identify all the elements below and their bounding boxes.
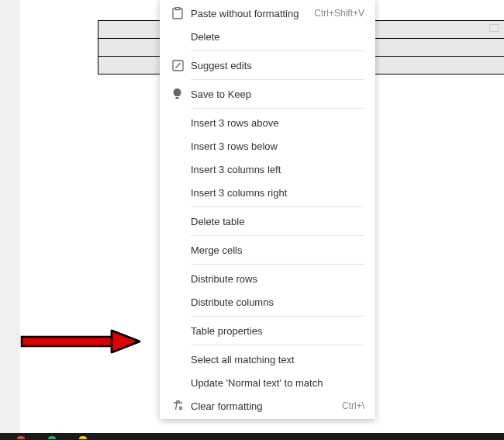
menu-item-label: Table properties	[191, 325, 364, 337]
menu-item-insert-cols-left[interactable]: Insert 3 columns left	[160, 158, 375, 181]
menu-item-table-properties[interactable]: Table properties	[160, 319, 375, 342]
menu-item-label: Paste without formatting	[191, 8, 314, 19]
svg-rect-4	[22, 337, 112, 346]
menu-item-update-normal-text[interactable]: Update 'Normal text' to match	[160, 371, 375, 394]
menu-separator	[191, 264, 364, 265]
taskbar-app-icon[interactable]	[48, 436, 56, 439]
menu-item-select-matching-text[interactable]: Select all matching text	[160, 348, 375, 371]
menu-separator	[191, 79, 364, 80]
menu-item-label: Delete	[191, 31, 364, 43]
menu-separator	[191, 316, 364, 317]
clipboard-icon	[172, 7, 191, 19]
clear-formatting-icon	[172, 400, 191, 411]
edit-icon	[172, 60, 191, 71]
annotation-arrow	[19, 324, 143, 359]
menu-item-suggest-edits[interactable]: Suggest edits	[160, 54, 375, 77]
menu-item-label: Merge cells	[191, 244, 364, 256]
menu-item-insert-rows-below[interactable]: Insert 3 rows below	[160, 134, 375, 158]
menu-item-label: Insert 3 columns right	[191, 187, 364, 199]
menu-item-label: Distribute rows	[191, 273, 364, 285]
document-canvas: Paste without formatting Ctrl+Shift+V De…	[20, 0, 504, 433]
menu-item-delete[interactable]: Delete	[160, 25, 375, 48]
menu-item-shortcut: Ctrl+\	[342, 400, 364, 411]
menu-separator	[191, 50, 364, 51]
menu-separator	[191, 235, 364, 236]
table-expand-handle[interactable]	[489, 24, 499, 32]
lightbulb-icon	[172, 88, 191, 100]
taskbar-app-icon[interactable]	[79, 436, 87, 439]
menu-item-merge-cells[interactable]: Merge cells	[160, 238, 375, 262]
menu-item-label: Insert 3 rows above	[191, 117, 364, 129]
menu-item-label: Distribute columns	[191, 296, 364, 308]
svg-rect-3	[176, 97, 179, 99]
context-menu: Paste without formatting Ctrl+Shift+V De…	[160, 0, 375, 419]
menu-separator	[191, 108, 364, 109]
menu-item-paste-without-formatting[interactable]: Paste without formatting Ctrl+Shift+V	[160, 2, 375, 25]
menu-item-label: Suggest edits	[191, 60, 364, 71]
menu-separator	[191, 345, 364, 345]
menu-item-distribute-rows[interactable]: Distribute rows	[160, 267, 375, 290]
menu-item-label: Select all matching text	[191, 354, 364, 366]
menu-item-delete-table[interactable]: Delete table	[160, 210, 375, 233]
menu-item-label: Insert 3 columns left	[191, 164, 364, 175]
menu-separator	[191, 206, 364, 207]
menu-item-clear-formatting[interactable]: Clear formatting Ctrl+\	[160, 394, 375, 417]
menu-item-save-to-keep[interactable]: Save to Keep	[160, 82, 375, 106]
menu-item-shortcut: Ctrl+Shift+V	[314, 8, 364, 19]
menu-item-label: Insert 3 rows below	[191, 140, 364, 152]
menu-item-label: Clear formatting	[191, 400, 342, 412]
menu-item-label: Update 'Normal text' to match	[191, 377, 364, 389]
taskbar	[0, 433, 504, 440]
svg-rect-1	[175, 8, 180, 10]
menu-item-distribute-columns[interactable]: Distribute columns	[160, 290, 375, 314]
menu-item-label: Delete table	[191, 216, 364, 227]
taskbar-app-icon[interactable]	[17, 436, 25, 439]
menu-item-insert-cols-right[interactable]: Insert 3 columns right	[160, 181, 375, 204]
menu-item-insert-rows-above[interactable]: Insert 3 rows above	[160, 111, 375, 134]
menu-item-label: Save to Keep	[191, 88, 364, 100]
